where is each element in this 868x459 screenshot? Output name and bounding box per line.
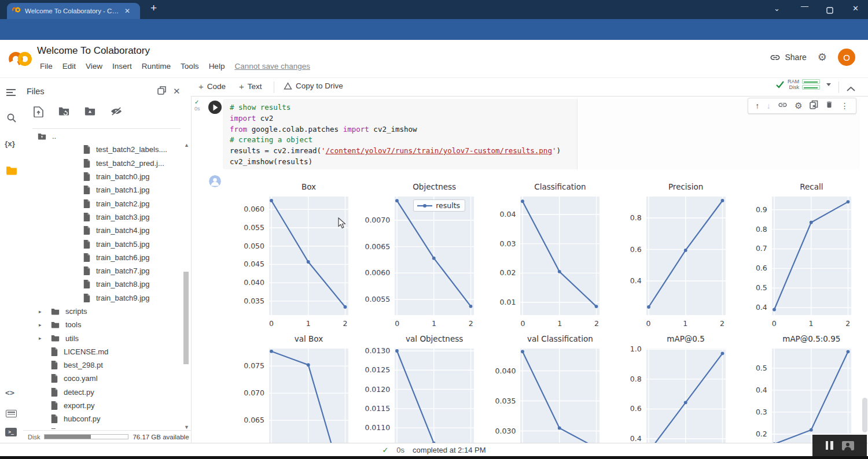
link-cell-icon[interactable] bbox=[778, 100, 788, 112]
chart-plot-box bbox=[269, 197, 348, 315]
tree-folder-tools[interactable]: ▸tools bbox=[23, 318, 183, 331]
item-label: train_batch1.jpg bbox=[96, 186, 150, 194]
terminal-icon[interactable]: >_ bbox=[5, 428, 17, 436]
menu-runtime[interactable]: Runtime bbox=[142, 62, 171, 71]
cell-more-icon[interactable]: ⋮ bbox=[841, 101, 849, 110]
hidden-files-icon[interactable] bbox=[111, 106, 122, 120]
expand-arrow-icon[interactable]: ▸ bbox=[39, 335, 44, 341]
copy-cell-icon[interactable] bbox=[810, 100, 818, 112]
notebook-title[interactable]: Welcome To Colaboratory bbox=[37, 45, 150, 57]
mount-drive-icon[interactable] bbox=[84, 106, 95, 120]
tree-file[interactable]: detect.py bbox=[23, 386, 183, 399]
resource-meters bbox=[802, 79, 820, 90]
search-icon[interactable] bbox=[7, 113, 16, 125]
move-cell-down-icon[interactable]: ↓ bbox=[767, 101, 771, 110]
tree-file[interactable]: train_batch9.jpg bbox=[23, 291, 183, 305]
chart-title: Box bbox=[258, 182, 360, 191]
code-line: from google.colab.patches import cv2_ims… bbox=[230, 124, 561, 135]
tree-file[interactable]: .. bbox=[23, 129, 183, 143]
expand-arrow-icon[interactable]: ▸ bbox=[39, 322, 44, 328]
settings-gear-icon[interactable]: ⚙ bbox=[818, 51, 827, 64]
menu-tools[interactable]: Tools bbox=[181, 62, 199, 71]
tree-file[interactable]: hubconf.py bbox=[23, 412, 183, 425]
picture-in-picture-icon[interactable] bbox=[842, 441, 854, 450]
notebook-scrollbar-thumb[interactable] bbox=[862, 398, 867, 432]
tree-file[interactable]: best_298.pt bbox=[23, 358, 183, 372]
menu-view[interactable]: View bbox=[86, 62, 102, 71]
tree-file[interactable]: image_test.py bbox=[23, 426, 183, 429]
files-scroll-up-icon[interactable]: ▲ bbox=[184, 142, 189, 148]
y-tick-label: 0.2 bbox=[734, 430, 767, 438]
cell-settings-gear-icon[interactable]: ⚙ bbox=[795, 101, 802, 111]
tree-file[interactable]: test_batch2_pred.j... bbox=[23, 157, 183, 170]
tree-file[interactable]: train_batch8.jpg bbox=[23, 277, 183, 291]
window-close-icon[interactable]: ✕ bbox=[852, 4, 859, 13]
expand-arrow-icon[interactable]: ▸ bbox=[39, 309, 44, 314]
variables-icon[interactable]: {x} bbox=[5, 139, 15, 148]
tree-file[interactable]: train_batch0.jpg bbox=[23, 170, 183, 183]
tree-file[interactable]: LICENSE.md bbox=[23, 345, 183, 358]
mouse-cursor bbox=[338, 217, 346, 231]
tree-file[interactable]: train_batch1.jpg bbox=[23, 183, 183, 197]
y-tick-label: 0.8 bbox=[609, 213, 642, 222]
tree-file[interactable]: train_batch6.jpg bbox=[23, 251, 183, 264]
tree-file[interactable]: test_batch2_labels.... bbox=[23, 143, 183, 156]
menu-insert[interactable]: Insert bbox=[112, 62, 132, 71]
run-cell-button[interactable] bbox=[208, 101, 222, 114]
ram-label: RAM bbox=[788, 79, 799, 84]
table-of-contents-icon[interactable] bbox=[6, 88, 17, 99]
code-snippets-icon[interactable]: <> bbox=[5, 388, 14, 397]
command-palette-icon[interactable] bbox=[6, 410, 17, 417]
y-tick-label: 0.6 bbox=[734, 264, 767, 272]
file-icon bbox=[83, 145, 90, 154]
new-tab-button[interactable]: + bbox=[150, 2, 157, 14]
tree-file[interactable]: train_batch5.jpg bbox=[23, 237, 183, 250]
chart-plot-map@0.5 bbox=[646, 349, 726, 443]
tree-file[interactable]: train_batch2.jpg bbox=[23, 197, 183, 210]
x-tick-label: 2 bbox=[340, 319, 351, 328]
add-text-button[interactable]: + Text bbox=[239, 82, 262, 91]
open-in-tab-icon[interactable] bbox=[157, 86, 166, 97]
menu-file[interactable]: File bbox=[40, 62, 53, 71]
tree-folder-utils[interactable]: ▸utils bbox=[23, 331, 183, 345]
share-button[interactable]: Share bbox=[770, 52, 807, 63]
pause-icon[interactable] bbox=[826, 441, 833, 450]
tree-file[interactable]: train_batch4.jpg bbox=[23, 224, 183, 237]
menu-edit[interactable]: Edit bbox=[62, 62, 76, 71]
tree-file[interactable]: coco.yaml bbox=[23, 372, 183, 385]
tab-title: Welcome To Colaboratory - Colab bbox=[25, 8, 120, 14]
add-code-button[interactable]: + Code bbox=[198, 82, 226, 91]
upload-file-icon[interactable] bbox=[34, 106, 43, 120]
resources-widget[interactable]: RAM Disk bbox=[775, 79, 831, 90]
collapse-header-icon[interactable] bbox=[847, 83, 855, 94]
copy-to-drive-button[interactable]: Copy to Drive bbox=[284, 82, 343, 90]
files-rail-icon[interactable] bbox=[6, 166, 17, 177]
file-icon bbox=[51, 428, 58, 429]
window-chevron-icon[interactable]: ⌄ bbox=[774, 4, 780, 13]
browser-tab[interactable]: Welcome To Colaboratory - Colab ✕ bbox=[7, 3, 140, 19]
cell-toolbar: ↑ ↓ ⚙ ⋮ bbox=[748, 98, 856, 114]
window-maximize-icon[interactable] bbox=[826, 6, 833, 16]
sidebar-divider bbox=[191, 78, 192, 443]
files-scrollbar-thumb[interactable] bbox=[183, 272, 189, 364]
tree-file[interactable]: export.py bbox=[23, 399, 183, 412]
window-minimize-icon[interactable]: — bbox=[801, 2, 808, 10]
tab-close-icon[interactable]: ✕ bbox=[124, 7, 130, 15]
delete-cell-icon[interactable] bbox=[825, 100, 833, 112]
account-avatar[interactable]: O bbox=[838, 49, 855, 66]
code-content[interactable]: # show resultsimport cv2from google.cola… bbox=[230, 102, 561, 168]
y-tick-label: 0.0125 bbox=[357, 365, 390, 374]
notebook-toolbar: + Code + Text Copy to Drive RAM Disk bbox=[191, 78, 868, 97]
resources-dropdown-icon[interactable] bbox=[826, 83, 831, 86]
colab-logo-icon[interactable] bbox=[8, 46, 33, 74]
refresh-folder-icon[interactable] bbox=[58, 106, 69, 120]
code-line: results = cv2.imread('/content/yolov7/ru… bbox=[230, 146, 561, 157]
menu-help[interactable]: Help bbox=[209, 62, 225, 71]
tree-folder-scripts[interactable]: ▸scripts bbox=[23, 305, 183, 318]
save-status[interactable]: Cannot save changes bbox=[234, 62, 310, 71]
tree-file[interactable]: train_batch3.jpg bbox=[23, 210, 183, 224]
move-cell-up-icon[interactable]: ↑ bbox=[755, 101, 759, 110]
tree-file[interactable]: train_batch7.jpg bbox=[23, 264, 183, 277]
files-scroll-down-icon[interactable]: ▼ bbox=[184, 424, 189, 430]
close-panel-icon[interactable]: ✕ bbox=[173, 86, 181, 97]
